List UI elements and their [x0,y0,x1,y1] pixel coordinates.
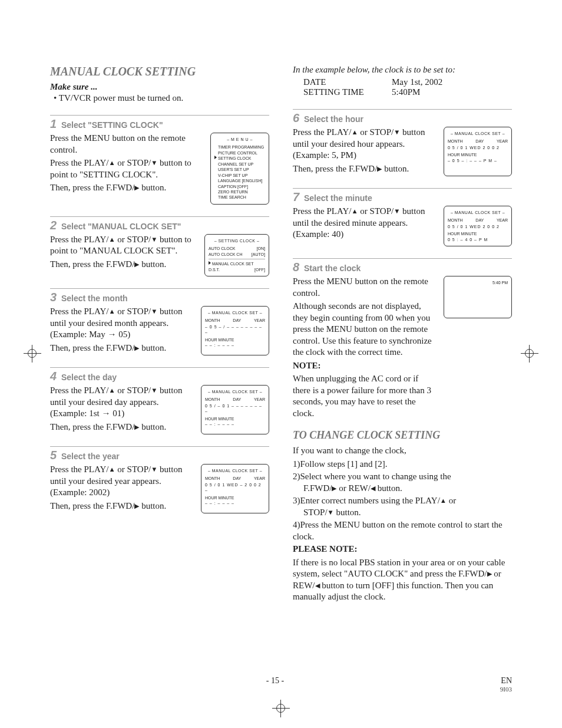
step-text: Press the PLAY/ or STOP/ button until th… [293,206,438,241]
osd-title: – SETTING CLOCK – [209,238,265,243]
example-value: May 1st, 2002 [392,77,442,87]
doc-code: 9I03 [500,686,512,693]
step-text: Then, press the F.FWD/ button. [50,421,195,433]
step-3: 3 Select the month Press the PLAY/ or ST… [50,288,269,355]
up-arrow-icon [108,386,115,395]
step-text: Although seconds are not displayed, they… [293,301,438,358]
down-arrow-icon [151,307,157,316]
osd-menu-item: TIMER PROGRAMMING [214,144,265,150]
example-label: DATE [303,77,392,87]
page-number: - 15 - [266,676,284,693]
down-arrow-icon [394,206,400,216]
osd-value: [ON] [257,246,265,251]
down-arrow-icon [151,158,157,167]
osd-clock-display: 5:40 PM [444,276,512,318]
down-arrow-icon [151,465,157,474]
osd-values: 0 5 : – 4 0 – P M [448,237,508,242]
osd-label: HOUR MINUTE [448,231,508,236]
registration-mark-icon [272,700,290,717]
step-text: Press the PLAY/ or STOP/ button until yo… [293,127,438,162]
example-intro: In the example below, the clock is to be… [293,65,512,75]
osd-menu-item: V-CHIP SET UP [214,173,265,178]
osd-label: HOUR MINUTE [205,337,265,342]
osd-menu-item: TIME SEARCH [214,195,265,200]
page-footer: - 15 - EN 9I03 [50,676,512,693]
osd-label: HOUR MINUTE [205,495,265,500]
make-sure-item: • TV/VCR power must be turned on. [54,93,269,103]
step-title: Select the minute [304,193,372,203]
osd-menu-item: PICTURE CONTROL [214,150,265,156]
left-arrow-icon [371,483,375,493]
osd-values: 0 5 / 0 1 WED 2 0 0 2 [448,224,508,229]
down-arrow-icon [328,508,334,517]
osd-manual-clock: – MANUAL CLOCK SET – MONTHDAYYEAR – 0 5 … [201,306,269,355]
osd-manual-clock: – MANUAL CLOCK SET – MONTHDAYYEAR 0 5 / … [201,385,269,434]
step-text: Then, press the F.FWD/ button. [50,500,195,512]
osd-manual-clock: – MANUAL CLOCK SET – MONTHDAYYEAR 0 5 / … [444,206,512,246]
down-arrow-icon [151,235,157,244]
osd-values: – 0 5 – / – – – – – – – – – [205,324,265,335]
osd-value: [AUTO] [252,252,265,257]
example-time: SETTING TIME 5:40PM [303,87,512,97]
example-date: DATE May 1st, 2002 [303,77,512,87]
osd-label: DAY [233,476,241,481]
osd-menu-item: CAPTION [OFF] [214,184,265,189]
left-arrow-icon [315,581,320,590]
osd-title: – MANUAL CLOCK SET – [205,389,265,394]
osd-label: MONTH [205,318,220,323]
step-number: 7 [293,190,299,203]
step-number: 6 [293,111,299,124]
up-arrow-icon [351,127,358,137]
step-number: 2 [50,219,57,232]
osd-label: DAY [475,218,484,223]
osd-row: AUTO CLOCK CH [209,252,242,257]
registration-mark-icon [521,345,538,363]
osd-manual-clock: – MANUAL CLOCK SET – MONTHDAYYEAR 0 5 / … [444,127,512,176]
step-2: 2 Select "MANUAL CLOCK SET" Press the PL… [50,216,269,276]
osd-values: 0 5 / 0 1 WED – 2 0 0 2 – [205,482,265,493]
osd-label: MONTH [205,397,220,402]
up-arrow-icon [108,307,115,316]
osd-label: DAY [475,139,484,144]
step-text: Then, press the F.FWD/ button. [50,259,199,271]
osd-values: – 0 5 – : – – – P M – [448,158,508,163]
osd-values: – – : – – – – [205,342,265,348]
osd-values: – – : – – – – [205,421,265,427]
step-title: Select "MANUAL CLOCK SET" [61,222,181,231]
step-title: Select the month [61,294,128,303]
step-8: 8 Start the clock Press the MENU button … [293,258,512,421]
step-text: Then, press the F.FWD/ button. [50,342,195,354]
list-item: 3)Enter correct numbers using the PLAY/ … [293,495,512,518]
osd-label: YEAR [254,397,265,402]
down-arrow-icon [151,386,157,395]
step-4: 4 Select the day Press the PLAY/ or STOP… [50,367,269,434]
step-number: 4 [50,370,57,383]
step-title: Select the hour [304,114,363,124]
up-arrow-icon [108,158,115,167]
osd-values: – – : – – – – [205,500,265,506]
step-title: Select the year [61,452,120,461]
change-intro: If you want to change the clock, [293,445,512,457]
step-number: 1 [50,117,57,130]
note-heading: NOTE: [293,360,438,372]
osd-values: 0 5 / – 0 1 – – – – – – – – [205,403,265,414]
osd-menu-item: USER'S SET UP [214,167,265,172]
step-title: Select the day [61,373,117,382]
osd-setting-clock: – SETTING CLOCK – AUTO CLOCK[ON] AUTO CL… [204,234,269,276]
osd-label: YEAR [497,218,508,223]
osd-menu: – M E N U – TIMER PROGRAMMINGPICTURE CON… [210,133,269,205]
example-value: 5:40PM [392,87,420,97]
please-note-body: If there is no local PBS station in your… [293,557,512,603]
left-column: MANUAL CLOCK SETTING Make sure ... • TV/… [50,65,269,605]
osd-manual-clock: – MANUAL CLOCK SET – MONTHDAYYEAR 0 5 / … [201,464,269,513]
osd-row: D.S.T. [209,267,220,272]
step-5: 5 Select the year Press the PLAY/ or STO… [50,446,269,513]
step-7: 7 Select the minute Press the PLAY/ or S… [293,188,512,246]
osd-value: [OFF] [254,267,265,272]
osd-menu-item: ZERO RETURN [214,189,265,195]
osd-title: – MANUAL CLOCK SET – [205,468,265,473]
osd-label: HOUR MINUTE [448,152,508,157]
step-text: Press the PLAY/ or STOP/ button to point… [50,157,204,180]
step-title: Select "SETTING CLOCK" [61,120,163,130]
cursor-icon [214,156,217,159]
